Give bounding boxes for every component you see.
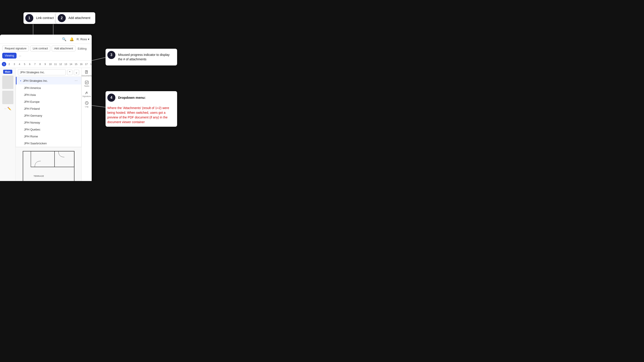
page-num-15[interactable]: 15 bbox=[74, 62, 78, 66]
doc-preview: TERRACE bbox=[16, 147, 82, 181]
callout-2-number: 2 bbox=[58, 14, 66, 22]
left-sidebar: Main ··· ✏️ bbox=[0, 68, 16, 181]
thumb-placeholder bbox=[2, 75, 14, 89]
dropdown-item-8[interactable]: JPH Rome bbox=[16, 133, 81, 140]
page-num-11[interactable]: 11 bbox=[53, 62, 58, 66]
dropdown-item-5[interactable]: JPH Germany bbox=[16, 112, 81, 119]
dropdown-item-label: JPH Asia bbox=[24, 93, 36, 96]
page-num-6[interactable]: 6 bbox=[28, 62, 32, 66]
editing-button[interactable]: Editing bbox=[77, 46, 88, 51]
dropdown-item-label: JPH America bbox=[24, 86, 41, 90]
page-num-13[interactable]: 13 bbox=[64, 62, 68, 66]
dropdown-list: ●JPH Strategies Inc.···JPH AmericaJPH As… bbox=[16, 77, 82, 147]
ui-panel: 🔍 🔔 R. Ross ▾ Request signature Link con… bbox=[0, 35, 92, 181]
callout-3-number: 3 bbox=[107, 51, 116, 59]
selected-indicator-icon: ● bbox=[20, 80, 21, 82]
sidebar-log[interactable]: Log bbox=[82, 100, 91, 109]
add-attachment-button[interactable]: Add attachment bbox=[52, 45, 75, 51]
callout-4-body: Where the 'Attachments' (result of 1+2) … bbox=[107, 104, 174, 124]
svg-rect-9 bbox=[31, 151, 54, 167]
dropdown-item-label: JPH Finland bbox=[24, 107, 40, 110]
entity-down-button[interactable]: ⌄ bbox=[74, 70, 79, 75]
sidebar-documents[interactable]: Documents bbox=[82, 69, 91, 78]
callout-3-text: Misused progress indicator to display th… bbox=[118, 51, 174, 63]
dropdown-item-4[interactable]: JPH Finland bbox=[16, 105, 81, 112]
entity-selector: ⌃ ⌄ bbox=[16, 68, 82, 77]
dropdown-item-label: JPH Rome bbox=[24, 135, 38, 138]
dropdown-item-label: JPH Europe bbox=[24, 100, 40, 103]
dropdown-item-2[interactable]: JPH Asia bbox=[16, 91, 81, 98]
sidebar-documents-label: Documents bbox=[82, 75, 92, 77]
right-sidebar: Documents Tasks Signature bbox=[82, 68, 92, 181]
page-num-7[interactable]: 7 bbox=[33, 62, 37, 66]
page-num-14[interactable]: 14 bbox=[69, 62, 73, 66]
callout-misused-indicator: 3 Misused progress indicator to display … bbox=[106, 49, 177, 65]
callout-1-text: Link contract bbox=[36, 14, 56, 22]
edit-row: ··· ✏️ bbox=[3, 106, 12, 111]
dropdown-item-6[interactable]: JPH Norway bbox=[16, 119, 81, 126]
entity-input[interactable] bbox=[18, 69, 66, 75]
svg-rect-10 bbox=[54, 151, 74, 167]
page-num-3[interactable]: 3 bbox=[12, 62, 16, 66]
document-area: ⌃ ⌄ ●JPH Strategies Inc.···JPH AmericaJP… bbox=[16, 68, 82, 181]
dropdown-item-1[interactable]: JPH America bbox=[16, 84, 81, 91]
entity-up-button[interactable]: ⌃ bbox=[67, 70, 72, 75]
callout-2-text: Add attachment bbox=[68, 14, 92, 22]
sidebar-log-label: Log bbox=[85, 105, 88, 108]
callout-4-number: 4 bbox=[107, 94, 116, 102]
callout-dropdown-menu: 4 Dropdown menu: Where the 'Attachments'… bbox=[106, 91, 177, 127]
more-button[interactable]: ··· bbox=[18, 53, 22, 58]
thumb-placeholder-2 bbox=[2, 91, 14, 104]
page-numbers-bar: 1234567891011121314151617181920212223242… bbox=[0, 60, 92, 68]
page-num-12[interactable]: 12 bbox=[58, 62, 63, 66]
svg-rect-8 bbox=[23, 151, 74, 181]
page-num-1[interactable]: 1 bbox=[2, 62, 6, 66]
callout-add-attachment: 2 Add attachment bbox=[56, 12, 95, 24]
request-signature-button[interactable]: Request signature bbox=[2, 45, 29, 51]
dropdown-item-label: JPH Saarbrücken bbox=[24, 142, 47, 145]
topbar: 🔍 🔔 R. Ross ▾ bbox=[0, 35, 92, 44]
main-badge: Main bbox=[3, 70, 12, 74]
page-num-4[interactable]: 4 bbox=[17, 62, 22, 66]
dropdown-item-label: JPH Germany bbox=[24, 114, 42, 117]
page-num-18[interactable]: 18 bbox=[89, 62, 92, 66]
page-num-16[interactable]: 16 bbox=[79, 62, 84, 66]
link-contract-button[interactable]: Link contract bbox=[30, 45, 50, 51]
page-num-9[interactable]: 9 bbox=[43, 62, 48, 66]
page-num-5[interactable]: 5 bbox=[22, 62, 27, 66]
page-num-2[interactable]: 2 bbox=[7, 62, 12, 66]
dropdown-item-more-icon[interactable]: ··· bbox=[75, 79, 78, 83]
page-num-8[interactable]: 8 bbox=[38, 62, 42, 66]
edit-pencil-icon[interactable]: ✏️ bbox=[8, 107, 11, 110]
dropdown-item-label: JPH Quebec bbox=[24, 128, 40, 131]
viewing-button[interactable]: Viewing bbox=[2, 53, 16, 58]
sidebar-tasks-label: Tasks bbox=[84, 85, 89, 87]
content-area: Main ··· ✏️ ⌃ ⌄ ●JPH Strategies Inc.···J… bbox=[0, 68, 92, 181]
edit-dots: ··· bbox=[4, 107, 6, 110]
toolbar: Request signature Link contract Add atta… bbox=[0, 44, 92, 60]
terrace-label: TERRACE bbox=[34, 175, 44, 177]
callout-1-number: 1 bbox=[25, 14, 33, 22]
dropdown-item-3[interactable]: JPH Europe bbox=[16, 98, 81, 105]
sidebar-signature-label: Signature bbox=[82, 95, 91, 97]
page-num-10[interactable]: 10 bbox=[48, 62, 52, 66]
notification-icon[interactable]: 🔔 bbox=[69, 36, 74, 42]
dropdown-item-9[interactable]: JPH Saarbrücken bbox=[16, 140, 81, 147]
sidebar-tasks[interactable]: Tasks bbox=[82, 79, 91, 88]
search-icon[interactable]: 🔍 bbox=[62, 36, 67, 42]
page-num-17[interactable]: 17 bbox=[84, 62, 88, 66]
dropdown-item-7[interactable]: JPH Quebec bbox=[16, 126, 81, 133]
callout-4-header: Dropdown menu: bbox=[118, 93, 147, 102]
dropdown-item-0[interactable]: ●JPH Strategies Inc.··· bbox=[16, 77, 81, 84]
dropdown-item-label: JPH Strategies Inc. bbox=[23, 79, 48, 82]
sidebar-signature[interactable]: Signature bbox=[82, 89, 91, 99]
user-menu[interactable]: R. Ross ▾ bbox=[77, 37, 90, 41]
callout-link-contract: 1 Link contract bbox=[24, 12, 58, 24]
dropdown-item-label: JPH Norway bbox=[24, 121, 40, 124]
